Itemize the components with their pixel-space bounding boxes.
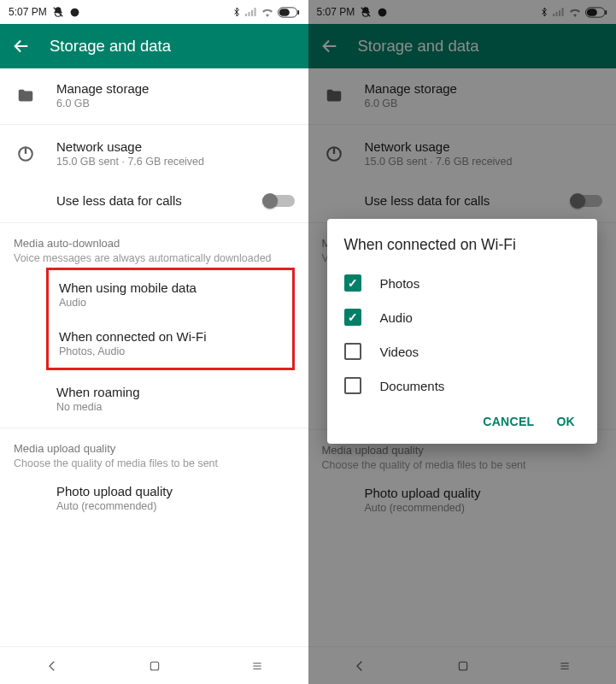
highlight-box: When using mobile data Audio When connec… — [46, 268, 295, 370]
network-usage-subtitle: 15.0 GB sent · 7.6 GB received — [56, 156, 204, 168]
data-usage-icon — [322, 144, 346, 163]
roaming-title: When roaming — [56, 385, 140, 399]
row-wifi[interactable]: When connected on Wi-Fi Photos, Audio — [49, 319, 292, 368]
signal-icon — [245, 7, 257, 17]
checkbox-audio[interactable] — [344, 309, 361, 326]
section-upload-quality: Media upload quality Choose the quality … — [0, 430, 308, 471]
row-photo-quality[interactable]: Photo upload quality Auto (recommended) — [0, 471, 308, 525]
wifi-dialog: When connected on Wi-Fi Photos Audio Vid… — [327, 219, 598, 444]
option-videos[interactable]: Videos — [344, 334, 581, 369]
back-icon[interactable] — [320, 37, 339, 56]
photo-quality-title: Photo upload quality — [56, 484, 173, 498]
network-usage-subtitle: 15.0 GB sent · 7.6 GB received — [365, 156, 513, 168]
header: Storage and data — [0, 24, 308, 68]
checkbox-documents[interactable] — [344, 377, 361, 394]
section-auto-download: Media auto-download Voice messages are a… — [0, 225, 308, 266]
option-audio[interactable]: Audio — [344, 300, 581, 334]
mobile-data-subtitle: Audio — [59, 297, 197, 309]
folder-icon — [14, 86, 38, 105]
svg-rect-7 — [585, 7, 605, 16]
wifi-subtitle: Photos, Audio — [59, 345, 207, 357]
option-label: Documents — [380, 379, 445, 393]
content: Manage storage 6.0 GB Network usage 15.0… — [0, 68, 308, 646]
row-manage-storage[interactable]: Manage storage 6.0 GB — [0, 68, 308, 122]
option-label: Photos — [380, 276, 420, 291]
option-label: Videos — [380, 345, 419, 359]
wifi-icon — [568, 7, 582, 17]
svg-point-0 — [70, 8, 79, 16]
photo-quality-subtitle: Auto (recommended) — [365, 502, 481, 514]
bluetooth-icon — [232, 7, 242, 17]
manage-storage-title: Manage storage — [56, 81, 149, 96]
screen-right: 5:07 PM Storage and data Manage storage … — [308, 0, 617, 684]
misc-icon — [377, 7, 388, 18]
svg-rect-3 — [297, 9, 299, 14]
row-network-usage[interactable]: Network usage 15.0 GB sent · 7.6 GB rece… — [308, 127, 617, 180]
dnd-icon — [52, 6, 64, 18]
misc-icon — [69, 7, 80, 18]
less-data-toggle[interactable] — [264, 195, 295, 207]
battery-icon — [585, 7, 607, 18]
svg-point-10 — [327, 147, 341, 161]
photo-quality-subtitle: Auto (recommended) — [56, 500, 173, 512]
svg-rect-8 — [587, 9, 597, 16]
nav-back-icon[interactable] — [44, 658, 60, 674]
divider — [0, 428, 308, 428]
cancel-button[interactable]: CANCEL — [483, 415, 534, 428]
svg-rect-9 — [605, 9, 607, 14]
nav-recents-icon[interactable] — [250, 659, 264, 673]
nav-back-icon[interactable] — [352, 658, 367, 674]
page-title: Storage and data — [50, 37, 171, 56]
status-bar: 5:07 PM — [0, 0, 308, 24]
less-data-toggle[interactable] — [572, 195, 602, 207]
section-label: Media upload quality — [14, 442, 295, 455]
signal-icon — [553, 7, 565, 17]
option-documents[interactable]: Documents — [344, 369, 581, 403]
section-hint: Voice messages are always automatically … — [14, 252, 295, 264]
section-label: Media auto-download — [14, 237, 295, 250]
back-icon[interactable] — [12, 37, 31, 56]
less-data-title: Use less data for calls — [365, 193, 490, 208]
ok-button[interactable]: OK — [556, 415, 575, 428]
section-label: Media upload quality — [322, 444, 603, 457]
row-network-usage[interactable]: Network usage 15.0 GB sent · 7.6 GB rece… — [0, 127, 308, 180]
folder-icon — [322, 86, 346, 105]
row-less-data[interactable]: Use less data for calls — [0, 180, 308, 221]
manage-storage-title: Manage storage — [365, 81, 457, 96]
dnd-icon — [360, 6, 372, 18]
wifi-title: When connected on Wi-Fi — [59, 329, 207, 344]
row-roaming[interactable]: When roaming No media — [0, 372, 308, 426]
dialog-title: When connected on Wi-Fi — [344, 236, 581, 254]
divider — [0, 124, 308, 125]
option-photos[interactable]: Photos — [344, 266, 581, 300]
row-manage-storage[interactable]: Manage storage 6.0 GB — [308, 68, 617, 122]
bluetooth-icon — [539, 7, 549, 17]
nav-home-icon[interactable] — [456, 659, 470, 673]
section-hint: Choose the quality of media files to be … — [322, 459, 603, 471]
photo-quality-title: Photo upload quality — [365, 486, 481, 500]
battery-icon — [278, 7, 300, 18]
manage-storage-subtitle: 6.0 GB — [56, 97, 149, 109]
roaming-subtitle: No media — [56, 401, 140, 413]
svg-rect-11 — [459, 662, 466, 669]
nav-recents-icon[interactable] — [558, 659, 572, 673]
row-photo-quality[interactable]: Photo upload quality Auto (recommended) — [308, 473, 617, 527]
nav-bar — [0, 646, 308, 684]
divider — [308, 124, 617, 125]
network-usage-title: Network usage — [56, 139, 204, 154]
page-title: Storage and data — [358, 37, 479, 56]
data-usage-icon — [14, 144, 38, 163]
checkbox-photos[interactable] — [344, 274, 361, 292]
svg-point-6 — [378, 8, 387, 16]
header: Storage and data — [308, 24, 617, 68]
row-mobile-data[interactable]: When using mobile data Audio — [49, 270, 292, 319]
row-less-data[interactable]: Use less data for calls — [308, 180, 617, 221]
nav-bar — [308, 646, 617, 684]
wifi-icon — [261, 7, 274, 17]
nav-home-icon[interactable] — [148, 659, 161, 673]
svg-rect-2 — [279, 9, 289, 16]
divider — [0, 222, 308, 223]
manage-storage-subtitle: 6.0 GB — [365, 97, 457, 109]
checkbox-videos[interactable] — [344, 343, 361, 360]
less-data-title: Use less data for calls — [56, 193, 182, 208]
